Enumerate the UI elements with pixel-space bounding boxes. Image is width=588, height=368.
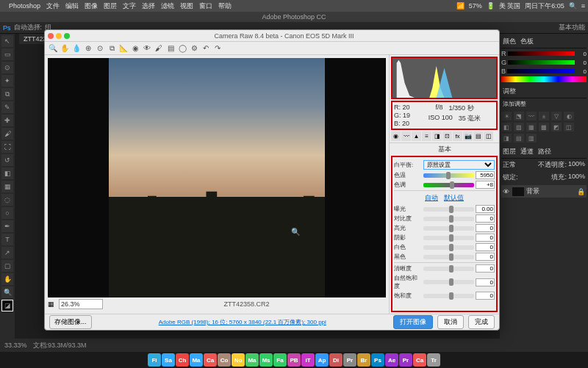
tab-preset-icon[interactable]: ▤ bbox=[473, 131, 483, 141]
highlights-slider[interactable] bbox=[423, 226, 474, 231]
blacks-slider[interactable] bbox=[423, 255, 474, 259]
pen-tool-icon[interactable]: ✒ bbox=[1, 220, 13, 232]
open-image-button[interactable]: 打开图像 bbox=[393, 315, 433, 329]
stamp-tool-icon[interactable]: ⛶ bbox=[1, 141, 13, 153]
cr-spot-tool-icon[interactable]: ◉ bbox=[130, 43, 140, 54]
default-link[interactable]: 默认值 bbox=[444, 193, 464, 203]
cancel-button[interactable]: 取消 bbox=[437, 315, 464, 329]
cr-wb-tool-icon[interactable]: 💧 bbox=[71, 43, 82, 54]
cr-preview[interactable]: 🔍 bbox=[48, 58, 386, 297]
adj-mixer-icon[interactable]: ▦ bbox=[526, 123, 537, 131]
adj-hue-icon[interactable]: ◐ bbox=[564, 112, 574, 120]
menu-file[interactable]: 文件 bbox=[46, 1, 60, 11]
whites-value[interactable]: 0 bbox=[476, 243, 495, 251]
dock-safari[interactable]: Sa bbox=[162, 353, 175, 367]
spotlight-icon[interactable]: 🔍 bbox=[569, 2, 577, 10]
vibrance-slider[interactable] bbox=[423, 280, 474, 284]
menu-edit[interactable]: 编辑 bbox=[65, 1, 79, 11]
opacity-value[interactable]: 100% bbox=[568, 160, 585, 170]
dock-contacts[interactable]: Co bbox=[218, 353, 231, 367]
lasso-tool-icon[interactable]: ⊙ bbox=[1, 62, 13, 73]
adj-bw-icon[interactable]: ◧ bbox=[501, 123, 512, 131]
adj-invert-icon[interactable]: ◩ bbox=[551, 123, 562, 131]
menu-filter[interactable]: 滤镜 bbox=[161, 1, 174, 11]
cr-adjbrush-tool-icon[interactable]: 🖌 bbox=[154, 43, 164, 54]
adj-photo-icon[interactable]: ▨ bbox=[514, 123, 524, 131]
dock-appstore[interactable]: Ap bbox=[315, 353, 329, 367]
dock-msg[interactable]: Ms bbox=[259, 353, 273, 367]
dock-finder[interactable]: Fi bbox=[148, 353, 161, 367]
blacks-value[interactable]: 0 bbox=[476, 253, 495, 261]
heal-tool-icon[interactable]: ✚ bbox=[1, 115, 13, 126]
dock-facetime[interactable]: Fa bbox=[273, 353, 287, 367]
dock-cal[interactable]: Ca bbox=[204, 353, 217, 367]
cr-hand-tool-icon[interactable]: ✋ bbox=[60, 43, 70, 54]
saturation-value[interactable]: 0 bbox=[476, 292, 495, 300]
done-button[interactable]: 完成 bbox=[468, 315, 495, 329]
dock-pref[interactable]: Pr bbox=[343, 353, 356, 367]
eyedropper-tool-icon[interactable]: ✎ bbox=[1, 101, 13, 113]
cr-radial-tool-icon[interactable]: ◯ bbox=[177, 43, 187, 54]
menu-image[interactable]: 图像 bbox=[85, 1, 98, 11]
path-tool-icon[interactable]: ↗ bbox=[1, 247, 13, 259]
contrast-value[interactable]: 0 bbox=[476, 214, 495, 223]
tab-adjustments[interactable]: 调整 bbox=[503, 87, 516, 96]
tab-detail-icon[interactable]: ▲ bbox=[412, 131, 421, 141]
menu-layer[interactable]: 图层 bbox=[104, 1, 117, 11]
cr-zoom-select[interactable]: 26.3% bbox=[59, 299, 103, 309]
move-tool-icon[interactable]: ↖ bbox=[1, 35, 13, 47]
adj-post-icon[interactable]: ◫ bbox=[564, 123, 574, 131]
dock-itunes[interactable]: iT bbox=[301, 353, 315, 367]
cr-histogram[interactable] bbox=[391, 57, 498, 99]
b-slider[interactable] bbox=[507, 69, 575, 73]
shadows-value[interactable]: 0 bbox=[476, 234, 495, 242]
tab-curve-icon[interactable]: 〰 bbox=[401, 131, 411, 141]
wb-select[interactable]: 原照设置 bbox=[423, 160, 495, 170]
workspace-label[interactable]: 基本功能 bbox=[559, 23, 585, 32]
menu-help[interactable]: 帮助 bbox=[218, 1, 232, 11]
dock-maps[interactable]: Ma bbox=[245, 353, 259, 367]
ps-icon[interactable]: Ps bbox=[3, 24, 11, 32]
history-brush-icon[interactable]: ↺ bbox=[1, 154, 13, 166]
adj-levels-icon[interactable]: ⬔ bbox=[514, 112, 524, 120]
tab-lens-icon[interactable]: ⊡ bbox=[442, 131, 452, 141]
highlights-value[interactable]: 0 bbox=[476, 224, 495, 232]
eraser-tool-icon[interactable]: ◧ bbox=[1, 167, 13, 179]
blend-mode[interactable]: 正常 bbox=[503, 160, 516, 170]
tab-fx-icon[interactable]: fx bbox=[453, 131, 462, 141]
menu-icon[interactable]: ≡ bbox=[581, 2, 585, 10]
b-value[interactable]: 0 bbox=[576, 68, 587, 75]
maximize-icon[interactable] bbox=[64, 33, 70, 39]
close-icon[interactable] bbox=[48, 33, 54, 39]
shape-tool-icon[interactable]: ▢ bbox=[1, 260, 13, 272]
tab-basic-icon[interactable]: ◉ bbox=[391, 131, 401, 141]
crop-tool-icon[interactable]: ⧉ bbox=[1, 88, 13, 100]
tint-slider[interactable] bbox=[423, 183, 474, 187]
adj-grad-icon[interactable]: ▤ bbox=[514, 134, 524, 142]
dock-notes[interactable]: No bbox=[232, 353, 245, 367]
dodge-tool-icon[interactable]: ○ bbox=[1, 207, 13, 219]
cr-gradfilter-tool-icon[interactable]: ▤ bbox=[165, 43, 176, 54]
tab-camera-icon[interactable]: 📷 bbox=[463, 131, 473, 141]
app-menu[interactable]: Photoshop bbox=[9, 2, 40, 10]
dock-dict[interactable]: Di bbox=[329, 353, 343, 367]
tab-hsl-icon[interactable]: ≡ bbox=[422, 131, 431, 141]
cr-redeye-tool-icon[interactable]: 👁 bbox=[142, 43, 152, 54]
tab-swatches[interactable]: 色板 bbox=[520, 37, 534, 46]
layer-background[interactable]: 👁 背景 🔒 bbox=[501, 185, 587, 198]
tab-split-icon[interactable]: ◨ bbox=[432, 131, 442, 141]
adj-lookup-icon[interactable]: ▩ bbox=[539, 123, 549, 131]
saturation-slider[interactable] bbox=[423, 294, 474, 298]
dock-trash[interactable]: Tr bbox=[427, 353, 440, 367]
menu-select[interactable]: 选择 bbox=[142, 1, 155, 11]
menu-window[interactable]: 窗口 bbox=[199, 1, 212, 11]
menu-text[interactable]: 文字 bbox=[123, 1, 136, 11]
dock-ae[interactable]: Ae bbox=[385, 353, 398, 367]
exposure-slider[interactable] bbox=[423, 207, 474, 212]
clock[interactable]: 周日下午6:05 bbox=[525, 1, 564, 11]
dock-br[interactable]: Br bbox=[357, 353, 370, 367]
cr-titlebar[interactable]: Camera Raw 8.4 beta - Canon EOS 5D Mark … bbox=[45, 30, 499, 42]
locale[interactable]: 美 英国 bbox=[499, 1, 521, 11]
cr-prefs-icon[interactable]: ⚙ bbox=[189, 43, 199, 54]
layer-name[interactable]: 背景 bbox=[526, 187, 539, 196]
